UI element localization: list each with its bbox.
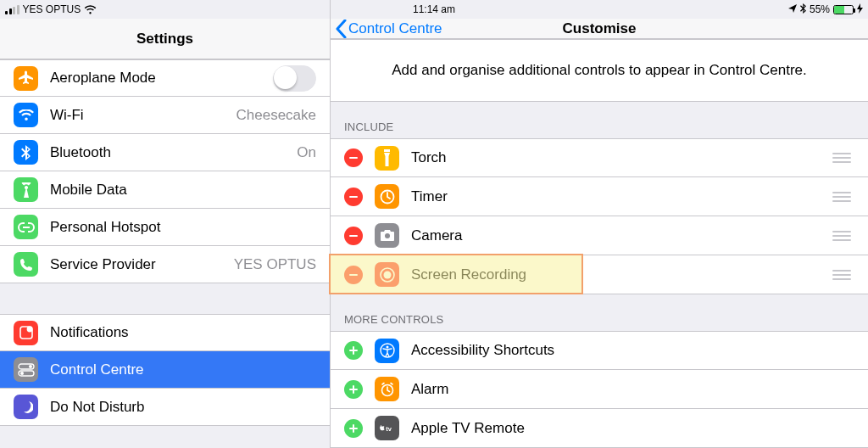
include-row-torch[interactable]: Torch [331,138,868,177]
bluetooth-icon [14,140,38,165]
row-notifications[interactable]: Notifications [0,314,330,351]
row-mobile-data[interactable]: Mobile Data [0,171,330,209]
wifi-icon [14,103,38,127]
settings-header: Settings [0,19,330,59]
status-right: 55% [788,3,863,16]
torch-icon [375,146,399,171]
customise-title: Customise [563,20,637,37]
drag-handle-icon[interactable] [829,149,854,166]
add-button[interactable] [344,380,363,399]
svg-point-9 [383,271,391,278]
add-button[interactable] [344,341,363,360]
remove-button[interactable] [344,148,363,167]
settings-group-connectivity: Aeroplane Mode Wi-Fi Cheesecake Bluetoot… [0,59,330,283]
row-detail: On [297,144,316,161]
row-wifi[interactable]: Wi-Fi Cheesecake [0,97,330,134]
include-row-camera[interactable]: Camera [331,216,868,255]
row-label: Screen Recording [411,266,829,283]
svg-point-7 [385,233,390,238]
drag-handle-icon[interactable] [829,266,854,283]
settings-title: Settings [136,31,193,48]
customise-header: Control Centre Customise [331,19,868,39]
status-left: YES OPTUS [5,3,97,15]
include-row-timer[interactable]: Timer [331,177,868,216]
remove-button[interactable] [344,266,363,284]
row-label: Torch [411,149,829,166]
back-label: Control Centre [348,20,442,37]
battery-percent: 55% [810,3,830,15]
more-row-accessibility[interactable]: Accessibility Shortcuts [331,331,868,370]
row-label: Mobile Data [50,182,316,199]
row-bluetooth[interactable]: Bluetooth On [0,134,330,171]
row-label: Alarm [411,381,854,398]
battery-icon [833,5,854,14]
status-bar: YES OPTUS 11:14 am 55% [0,0,868,19]
svg-text:tv: tv [386,425,392,433]
row-label: Camera [411,227,829,244]
row-label: Apple TV Remote [411,420,854,437]
chevron-left-icon [336,20,347,38]
notifications-icon [14,321,38,345]
add-button[interactable] [344,419,363,438]
screen: YES OPTUS 11:14 am 55% Settings [0,0,868,448]
include-list: Torch Timer Camera [331,138,868,294]
row-service-provider[interactable]: Service Provider YES OPTUS [0,246,330,283]
more-row-apple-tv[interactable]: tv Apple TV Remote [331,409,868,448]
location-icon [788,3,797,15]
alarm-icon [375,377,399,401]
row-label: Timer [411,188,829,205]
status-time: 11:14 am [413,3,455,15]
svg-point-5 [20,372,24,375]
carrier-label: YES OPTUS [23,3,81,15]
intro-text: Add and organise additional controls to … [331,39,868,102]
bluetooth-status-icon [800,3,806,16]
row-label: Service Provider [50,256,234,273]
cell-signal-icon [5,5,19,14]
drag-handle-icon[interactable] [829,188,854,205]
aeroplane-toggle[interactable] [273,65,316,92]
row-label: Aeroplane Mode [50,70,273,87]
row-label: Personal Hotspot [50,219,316,236]
include-row-screen-recording[interactable]: Screen Recording [331,255,868,294]
battery-fill [834,6,844,14]
record-icon [375,262,399,287]
charging-icon [857,3,863,16]
row-label: Bluetooth [50,144,297,161]
timer-icon [375,184,399,209]
row-label: Notifications [50,324,316,341]
accessibility-icon [375,339,399,363]
svg-point-3 [29,365,32,368]
more-controls-header: MORE CONTROLS [331,294,868,331]
customise-detail-panel: Control Centre Customise Add and organis… [331,0,868,448]
link-icon [14,215,38,239]
wifi-icon [84,5,97,14]
moon-icon [14,395,38,419]
svg-point-1 [26,327,32,333]
apple-tv-icon: tv [375,416,399,440]
settings-master-panel: Settings Aeroplane Mode Wi-Fi Cheesecake [0,0,331,448]
more-controls-list: Accessibility Shortcuts Alarm tv Apple T… [331,331,868,448]
include-header: INCLUDE [331,102,868,138]
svg-point-11 [386,346,388,349]
settings-group-notifications: Notifications Control Centre Do Not Dist… [0,314,330,426]
row-personal-hotspot[interactable]: Personal Hotspot [0,209,330,246]
more-row-alarm[interactable]: Alarm [331,370,868,409]
row-label: Control Centre [50,361,316,378]
phone-icon [14,252,38,277]
antenna-icon [14,177,38,202]
row-do-not-disturb[interactable]: Do Not Disturb [0,389,330,426]
row-label: Wi-Fi [50,107,236,124]
remove-button[interactable] [344,188,363,206]
camera-icon [375,223,399,248]
drag-handle-icon[interactable] [829,227,854,244]
remove-button[interactable] [344,227,363,245]
row-label: Accessibility Shortcuts [411,342,854,359]
toggle-icon [14,357,38,382]
row-aeroplane-mode[interactable]: Aeroplane Mode [0,59,330,97]
back-button[interactable]: Control Centre [336,20,442,38]
row-label: Do Not Disturb [50,399,316,416]
row-detail: Cheesecake [236,107,316,124]
airplane-icon [14,66,38,91]
row-control-centre[interactable]: Control Centre [0,351,330,389]
row-detail: YES OPTUS [234,256,316,273]
